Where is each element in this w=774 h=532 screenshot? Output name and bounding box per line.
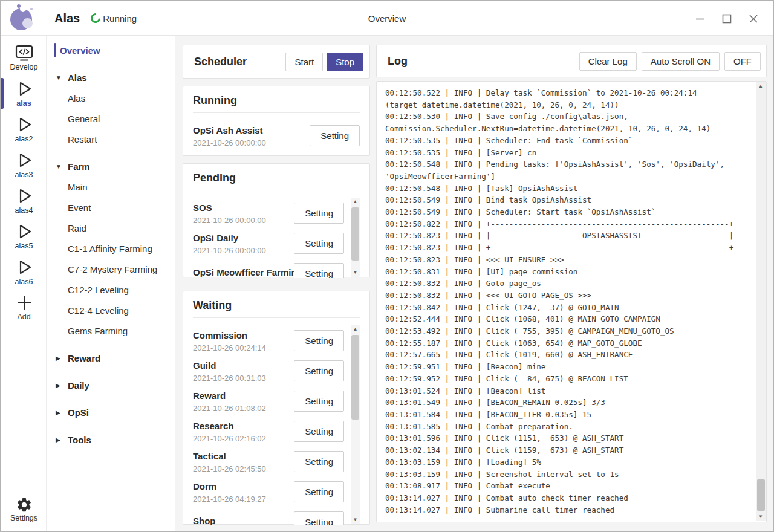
nav-item[interactable]: ▶ Reward [47,348,175,368]
running-title: Running [193,94,360,107]
task-setting-button[interactable]: Setting [294,451,344,472]
nav-item[interactable]: Alas [47,88,175,108]
rail-item-label: alas [16,99,31,108]
task-info: Tactical 2021-10-26 02:45:50 [193,450,266,473]
nav-item[interactable]: ▼ Farm [47,156,175,177]
nav-item[interactable]: Raid [47,218,175,238]
minimize-button[interactable] [687,7,714,31]
rail-item-alas[interactable]: alas [1,76,47,111]
scrollbar-thumb[interactable] [351,335,359,420]
scrollbar-thumb[interactable] [757,479,765,511]
scroll-up-icon[interactable]: ▲ [351,198,360,206]
nav-arrow-icon: ▼ [56,74,68,81]
rail-item-alas5[interactable]: alas5 [1,218,47,254]
task-row: Shop Setting [193,507,344,525]
nav-item[interactable]: Overview [47,40,175,60]
log-line: 00:12:57.665 | INFO | Click (1019, 660) … [385,349,748,361]
rail-item-alas2[interactable]: alas2 [1,111,47,147]
app-window: Alas Running Overview [0,0,774,532]
nav-item[interactable]: C12-2 Leveling [47,279,175,300]
nav-item[interactable]: Event [47,197,175,218]
scrollbar-thumb[interactable] [351,207,359,261]
task-name: Shop [193,514,216,525]
log-line: 00:12:50.535 | INFO | Scheduler: End tas… [385,135,748,147]
scheduler-start-button[interactable]: Start [285,53,323,71]
pending-scrollbar[interactable]: ▲ ▼ [351,198,360,277]
log-buttons: Clear Log Auto Scroll ON OFF [579,52,761,71]
task-setting-button[interactable]: Setting [294,263,344,279]
task-setting-button[interactable]: Setting [294,233,344,254]
nav-item[interactable]: Gems Farming [47,320,175,341]
log-line: 00:13:01.596 | INFO | Click (1151, 653) … [385,432,748,444]
waiting-scrollbar[interactable]: ▲ ▼ [351,325,360,524]
nav-item[interactable]: C12-4 Leveling [47,300,175,320]
scheduler-card: Scheduler Start Stop [183,45,370,79]
autoscroll-on-button[interactable]: Auto Scroll ON [642,52,720,71]
log-output[interactable]: 00:12:50.522 | INFO | Delay task `Commis… [376,81,767,522]
rail-item-settings[interactable]: Settings [1,491,47,527]
app-title: Alas [54,11,80,25]
task-setting-button[interactable]: Setting [294,421,344,442]
log-line: 00:12:50.535 | INFO | [Server] cn [385,147,748,159]
scroll-down-icon[interactable]: ▼ [351,268,360,277]
play-icon [15,186,34,206]
waiting-title: Waiting [193,299,360,312]
log-line: 00:12:55.187 | INFO | Click (1063, 654) … [385,337,748,349]
nav-item[interactable]: C7-2 Mystery Farming [47,259,175,279]
rail-item-alas4[interactable]: alas4 [1,183,47,218]
nav-item[interactable]: C1-1 Affinity Farming [47,238,175,259]
nav-item-label: Overview [60,45,100,56]
nav-item[interactable]: General [47,108,175,129]
maximize-button[interactable] [714,7,740,31]
task-name: Commission [193,329,266,342]
task-row: Tactical 2021-10-26 02:45:50 Setting [193,446,344,476]
scheduler-title: Scheduler [194,56,285,68]
scroll-down-icon[interactable]: ▼ [756,513,766,521]
task-info: Dorm 2021-10-26 04:19:27 [193,480,266,504]
log-scrollbar[interactable]: ▲ ▼ [756,82,766,521]
nav-item[interactable]: Restart [47,129,175,149]
task-setting-button[interactable]: Setting [294,330,344,351]
scroll-down-icon[interactable]: ▼ [351,516,360,524]
nav-item[interactable]: ▼ Alas [47,67,175,88]
rail-item-add[interactable]: Add [1,290,47,325]
log-line: 00:13:01.524 | INFO | [Beacon] list [385,385,748,397]
nav-item[interactable]: ▶ Daily [47,375,175,395]
nav-arrow-icon: ▶ [56,409,68,416]
nav-item[interactable]: ▶ Tools [47,429,175,450]
status-label: Running [103,13,137,24]
rail-item-label: Add [17,313,30,321]
clear-log-button[interactable]: Clear Log [579,52,637,71]
task-setting-button[interactable]: Setting [294,360,344,381]
nav-item-label: Restart [68,134,97,144]
scroll-up-icon[interactable]: ▲ [351,325,360,334]
scheduler-stop-button[interactable]: Stop [327,53,363,71]
task-time: 2021-10-26 00:00:00 [193,138,266,148]
task-setting-button[interactable]: Setting [294,203,344,224]
nav-item[interactable]: ▶ OpSi [47,402,175,423]
task-time: 2021-10-26 01:08:02 [193,404,266,413]
log-line: 00:12:50.832 | INFO | Goto page_os [385,277,748,290]
pending-task-list: SOS 2021-10-26 00:00:00 Setting OpSi Dai… [193,198,360,278]
rail-item-develop[interactable]: Develop [1,40,47,76]
close-button[interactable] [740,7,767,31]
task-row: Dorm 2021-10-26 04:19:27 Setting [193,476,344,507]
autoscroll-off-button[interactable]: OFF [724,52,761,71]
scroll-up-icon[interactable]: ▲ [756,82,766,91]
log-line: 00:12:50.823 | INFO | +-----------------… [385,242,748,254]
task-setting-button[interactable]: Setting [310,125,360,146]
task-setting-button[interactable]: Setting [294,511,344,526]
log-line: Commission.Scheduler.NextRun=datetime.da… [385,123,748,135]
play-icon [15,222,34,241]
rail-item-alas3[interactable]: alas3 [1,147,47,183]
play-icon [15,258,34,277]
task-name: Guild [193,359,266,372]
task-setting-button[interactable]: Setting [294,481,344,502]
log-line: 00:12:59.951 | INFO | [Beacon] mine [385,361,748,373]
nav-item[interactable]: Main [47,177,175,197]
waiting-task-list: Commission 2021-10-26 00:24:14 Setting G… [193,325,360,525]
rail-item-alas6[interactable]: alas6 [1,254,47,290]
rail-item-label: alas3 [15,170,33,179]
task-setting-button[interactable]: Setting [294,391,344,412]
log-header-card: Log Clear Log Auto Scroll ON OFF [376,45,767,77]
